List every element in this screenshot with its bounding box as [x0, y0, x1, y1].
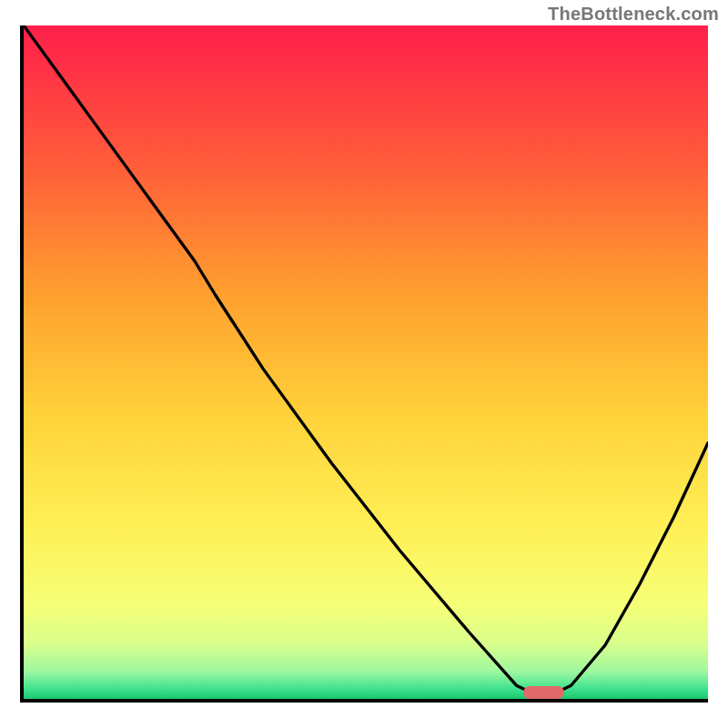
bottleneck-curve — [24, 25, 708, 699]
watermark-text: TheBottleneck.com — [548, 4, 719, 25]
plot-area — [24, 25, 708, 699]
chart-container: TheBottleneck.com — [0, 0, 728, 728]
optimal-range-marker — [523, 686, 564, 699]
